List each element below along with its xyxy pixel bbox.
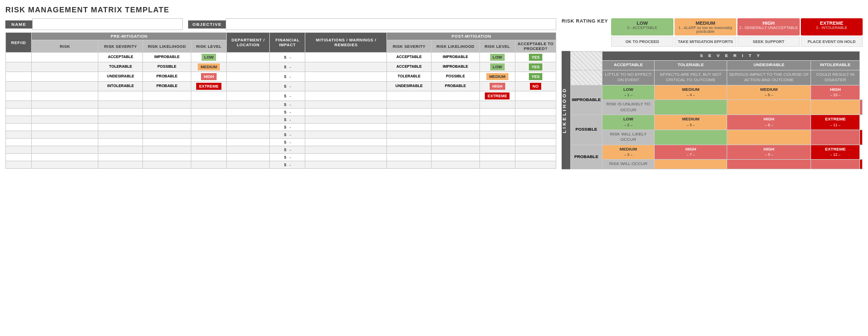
- rating-key-label: RISK RATING KEY: [562, 18, 608, 25]
- acceptable-cell: [515, 116, 556, 124]
- matrix-cell-2-3: EXTREME – 12 –: [811, 145, 860, 160]
- post-level-cell: [479, 161, 515, 169]
- post-mitigation-header: POST-MITIGATION: [387, 33, 556, 40]
- financial-cell: $ -: [270, 109, 305, 116]
- level-cell: [191, 101, 226, 109]
- matrix-cell-desc-1-1: [727, 130, 811, 145]
- table-row: [6, 101, 32, 109]
- rating-key-grid: LOW0 - ACCEPTABLEMEDIUM1 - ALARP as low …: [611, 18, 863, 47]
- post-level-cell: [479, 154, 515, 161]
- col-desc-0: LITTLE TO NO EFFECT ON EVENT: [602, 70, 654, 85]
- rating-key-bottom-cell: SEEK SUPPORT: [737, 37, 799, 47]
- post-severity-cell: [387, 154, 432, 161]
- table-row: [6, 82, 32, 91]
- likelihood-cell: [143, 124, 191, 131]
- page-title: RISK MANAGEMENT MATRIX TEMPLATE: [5, 5, 863, 14]
- post-likelihood-cell: [432, 101, 480, 109]
- dept-cell: [227, 161, 270, 169]
- risk-header: RISK: [32, 40, 98, 53]
- dept-cell: [227, 82, 270, 91]
- mitigations-cell: [305, 124, 387, 131]
- acceptable-cell: YES: [515, 53, 556, 62]
- financial-cell: $ -: [270, 72, 305, 82]
- post-likelihood-cell: [432, 154, 480, 161]
- post-likelihood-cell: [432, 139, 480, 146]
- rk-rating-label: 0 - ACCEPTABLE: [612, 26, 672, 30]
- post-likelihood-cell: [432, 109, 480, 116]
- post-likelihood-cell: [432, 131, 480, 139]
- table-section: NAME OBJECTIVE: [5, 18, 556, 169]
- dept-header: DEPARTMENT / LOCATION: [227, 33, 270, 53]
- rating-key-top-cell: HIGH2 - GENERALLY UNACCEPTABLE: [737, 18, 799, 35]
- page: RISK MANAGEMENT MATRIX TEMPLATE NAME OBJ…: [0, 0, 868, 336]
- matrix-corner-desc: [571, 70, 602, 85]
- table-row: [6, 139, 32, 146]
- rating-key-top-cell: EXTREME3 - INTOLERABLE: [801, 18, 863, 35]
- matrix-cell-desc-1-0: [655, 130, 727, 145]
- risk-cell: [32, 109, 98, 116]
- mitigations-header: MITIGATIONS / WARNINGS / REMEDIES: [305, 33, 387, 53]
- post-likelihood-cell: IMPROBABLE: [432, 62, 480, 72]
- post-level-cell: [479, 139, 515, 146]
- level-cell: [191, 91, 226, 101]
- post-likelihood-cell: [432, 124, 480, 131]
- post-level-cell: [479, 116, 515, 124]
- dept-cell: [227, 146, 270, 154]
- rk-rating-label: 2 - GENERALLY UNACCEPTABLE: [738, 26, 798, 30]
- post-level-cell: [479, 124, 515, 131]
- matrix-cell-1-0: LOW – 2 –: [602, 115, 654, 130]
- risk-cell: [32, 91, 98, 101]
- rating-key-top-cell: MEDIUM1 - ALARP as low as reasonably pra…: [675, 18, 736, 35]
- pre-mitigation-header: PRE-MITIGATION: [32, 33, 227, 40]
- acceptable-cell: NO: [515, 82, 556, 91]
- likelihood-cell: [143, 146, 191, 154]
- level-cell: [191, 124, 226, 131]
- acceptable-cell: [515, 101, 556, 109]
- objective-input[interactable]: [226, 18, 556, 30]
- post-severity-cell: [387, 116, 432, 124]
- dept-cell: [227, 109, 270, 116]
- risk-cell: [32, 146, 98, 154]
- acceptable-header: ACCEPTABLE TO PROCEED?: [515, 40, 556, 53]
- financial-cell: $ -: [270, 139, 305, 146]
- acceptable-cell: [515, 161, 556, 169]
- post-severity-cell: UNDESIRABLE: [387, 82, 432, 91]
- mitigations-cell: [305, 62, 387, 72]
- mitigations-cell: [305, 146, 387, 154]
- financial-cell: $ -: [270, 62, 305, 72]
- mitigations-cell: [305, 116, 387, 124]
- post-severity-cell: [387, 109, 432, 116]
- post-risk-level-header: RISK LEVEL: [479, 40, 515, 53]
- name-input[interactable]: [32, 18, 183, 30]
- severity-cell: [98, 131, 143, 139]
- likelihood-cell: [143, 131, 191, 139]
- severity-cell: [98, 101, 143, 109]
- financial-cell: $ -: [270, 101, 305, 109]
- matrix-table: S E V E R I T YACCEPTABLETOLERABLEUNDESI…: [570, 51, 863, 169]
- matrix-cell-2-1: HIGH – 7 –: [655, 145, 727, 160]
- matrix-cell-2-2: HIGH – 9 –: [727, 145, 811, 160]
- post-severity-cell: TOLERABLE: [387, 72, 432, 82]
- post-severity-cell: [387, 91, 432, 101]
- matrix-wrapper: LIKELIHOOD S E V E R I T YACCEPTABLETOLE…: [562, 51, 863, 169]
- severity-cell: [98, 139, 143, 146]
- dept-cell: [227, 53, 270, 62]
- likelihood-cell: [143, 161, 191, 169]
- dept-cell: [227, 139, 270, 146]
- matrix-corner-cell: [571, 52, 602, 70]
- level-cell: HIGH: [191, 72, 226, 82]
- post-likelihood-cell: [432, 161, 480, 169]
- col-header-0: ACCEPTABLE: [602, 61, 654, 70]
- dept-cell: [227, 62, 270, 72]
- financial-cell: $ -: [270, 161, 305, 169]
- post-severity-cell: [387, 146, 432, 154]
- acceptable-cell: YES: [515, 62, 556, 72]
- table-row: [6, 109, 32, 116]
- risk-cell: [32, 154, 98, 161]
- financial-cell: $ -: [270, 154, 305, 161]
- level-cell: [191, 146, 226, 154]
- financial-cell: $ -: [270, 91, 305, 101]
- likelihood-cell: PROBABLE: [143, 72, 191, 82]
- mitigations-cell: [305, 101, 387, 109]
- likelihood-cell: POSSIBLE: [143, 62, 191, 72]
